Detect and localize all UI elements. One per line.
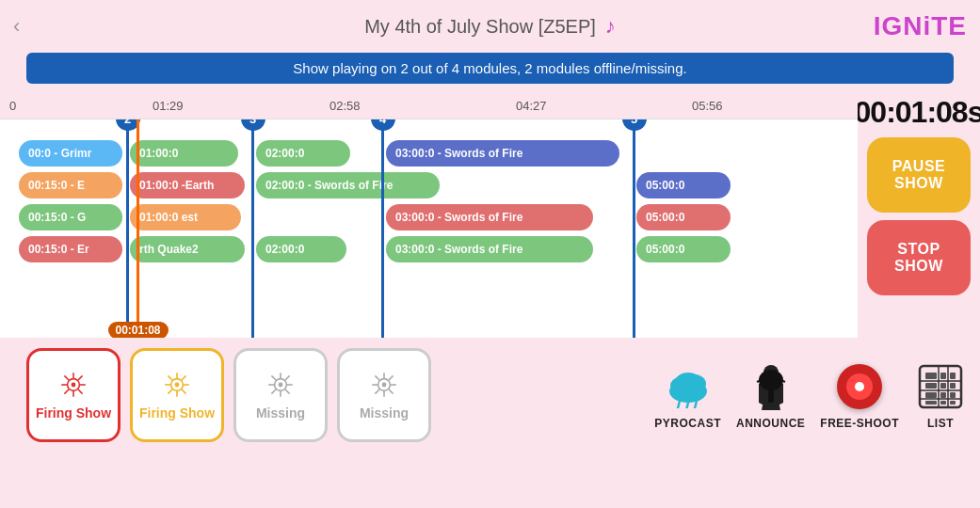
tracks-area: 2 3 4 5 00:01:08 00:0 - Grimr 01:00:0 02… xyxy=(0,119,858,338)
right-panel: 00:01:08s PAUSE SHOW STOP SHOW xyxy=(858,89,980,339)
cue-0500-green[interactable]: 05:00:0 xyxy=(636,236,731,262)
firework-icon-4 xyxy=(369,370,399,400)
playhead: 00:01:08 xyxy=(137,119,139,338)
svg-rect-56 xyxy=(950,383,956,389)
svg-line-18 xyxy=(168,389,172,394)
time-0: 0 xyxy=(9,99,16,113)
announce-icon xyxy=(747,363,795,410)
cue-0015-g[interactable]: 00:15:0 - G xyxy=(19,204,122,230)
module-1-label: Firing Show xyxy=(36,405,111,421)
modules-row: Firing Show Firing Show xyxy=(13,342,444,448)
svg-rect-54 xyxy=(925,383,937,389)
svg-point-9 xyxy=(72,383,76,388)
lane-3-circle: 3 xyxy=(241,119,265,131)
svg-rect-51 xyxy=(925,373,937,379)
svg-line-37 xyxy=(389,375,394,380)
cue-grimr[interactable]: 00:0 - Grimr xyxy=(19,140,122,167)
pyrocast-action[interactable]: PYROCAST xyxy=(654,360,721,430)
svg-line-25 xyxy=(271,375,276,380)
time-427: 04:27 xyxy=(516,99,547,113)
cue-0015-e[interactable]: 00:15:0 - E xyxy=(19,172,122,198)
lane-4: 4 xyxy=(381,119,384,338)
svg-line-7 xyxy=(78,375,83,380)
svg-line-45 xyxy=(686,403,688,408)
music-icon: ♪ xyxy=(605,14,616,39)
module-4[interactable]: Missing xyxy=(337,348,431,442)
freeshoot-icon-wrap xyxy=(833,360,886,413)
svg-rect-62 xyxy=(950,401,956,405)
module-4-label: Missing xyxy=(360,405,409,421)
svg-rect-60 xyxy=(925,401,937,405)
cue-0100-earth[interactable]: 01:00:0 -Earth xyxy=(130,172,245,198)
svg-rect-61 xyxy=(940,401,946,405)
svg-line-27 xyxy=(285,375,290,380)
title-area: My 4th of July Show [Z5EP] ♪ xyxy=(364,14,616,39)
module-3[interactable]: Missing xyxy=(233,348,328,442)
svg-rect-49 xyxy=(768,389,774,403)
freeshoot-action[interactable]: FREE-SHOOT xyxy=(820,360,899,430)
module-2-label: Firing Show xyxy=(139,405,215,421)
svg-line-36 xyxy=(389,389,394,394)
cue-0200-green2[interactable]: 02:00:0 xyxy=(256,236,346,262)
announce-action[interactable]: ANNOUNCE xyxy=(736,360,805,430)
lane-5-circle: 5 xyxy=(622,119,647,131)
svg-line-17 xyxy=(182,375,186,380)
list-label: LIST xyxy=(927,417,954,430)
time-ruler: 0 01:29 02:58 04:27 05:56 xyxy=(0,93,858,119)
svg-point-39 xyxy=(382,383,387,388)
svg-rect-57 xyxy=(925,392,937,398)
module-2[interactable]: Firing Show xyxy=(130,348,224,442)
svg-rect-52 xyxy=(940,373,946,379)
lane-3: 3 xyxy=(251,119,254,338)
announce-icon-wrap xyxy=(745,360,797,413)
pyrocast-label: PYROCAST xyxy=(654,417,721,430)
timeline-container: 0 01:29 02:58 04:27 05:56 2 3 4 5 0 xyxy=(0,93,858,338)
pause-show-button[interactable]: PAUSE SHOW xyxy=(867,137,971,213)
svg-line-5 xyxy=(64,375,69,380)
svg-rect-59 xyxy=(950,392,956,398)
svg-line-38 xyxy=(375,389,379,394)
svg-point-43 xyxy=(675,373,701,391)
list-icon-wrap xyxy=(914,360,967,413)
cue-0500-blue[interactable]: 05:00:0 xyxy=(636,172,731,198)
lane-5: 5 xyxy=(633,119,635,338)
lane-4-circle: 4 xyxy=(371,119,395,131)
freeshoot-label: FREE-SHOOT xyxy=(820,417,899,430)
time-556: 05:56 xyxy=(692,99,723,113)
stop-show-button[interactable]: STOP SHOW xyxy=(867,220,971,295)
actions-row: PYROCAST ANNOUNCE xyxy=(654,360,967,430)
cue-0300-swords1[interactable]: 03:00:0 - Swords of Fire xyxy=(386,140,619,167)
list-action[interactable]: LIST xyxy=(914,360,967,430)
cue-0100-green1[interactable]: 01:00:0 xyxy=(130,140,238,167)
time-258: 02:58 xyxy=(329,99,361,113)
ignite-logo: IGNiTE xyxy=(874,11,967,41)
svg-line-28 xyxy=(271,389,276,394)
lane-2: 2 xyxy=(126,119,129,338)
svg-rect-55 xyxy=(940,383,946,389)
cue-0500-red[interactable]: 05:00:0 xyxy=(636,204,731,230)
header: ‹ My 4th of July Show [Z5EP] ♪ IGNiTE xyxy=(0,0,980,53)
cue-0300-swords4[interactable]: 03:00:0 - Swords of Fire xyxy=(386,236,593,262)
freeshoot-icon xyxy=(837,364,882,409)
svg-rect-58 xyxy=(940,392,946,398)
firework-icon-1 xyxy=(58,370,88,400)
timer-display: 00:01:08s xyxy=(855,95,980,130)
back-button[interactable]: ‹ xyxy=(13,14,20,39)
cue-0015-er[interactable]: 00:15:0 - Er xyxy=(19,236,122,262)
cue-0300-swords3[interactable]: 03:00:0 - Swords of Fire xyxy=(386,204,593,230)
svg-point-29 xyxy=(279,383,283,388)
playhead-time: 00:01:08 xyxy=(107,322,168,338)
time-129: 01:29 xyxy=(153,99,184,113)
svg-line-8 xyxy=(64,389,69,394)
cue-earthq2[interactable]: rth Quake2 xyxy=(130,236,245,262)
svg-point-19 xyxy=(175,383,180,388)
cue-0200-green1[interactable]: 02:00:0 xyxy=(256,140,350,167)
svg-line-44 xyxy=(678,401,680,408)
svg-line-15 xyxy=(168,375,172,380)
list-icon xyxy=(918,364,963,409)
module-1[interactable]: Firing Show xyxy=(26,348,120,442)
cue-0200-swords2[interactable]: 02:00:0 - Swords of Fire xyxy=(256,172,440,198)
pyrocast-icon xyxy=(663,365,714,408)
cue-0100-est[interactable]: 01:00:0 est xyxy=(130,204,241,230)
svg-line-26 xyxy=(285,389,290,394)
